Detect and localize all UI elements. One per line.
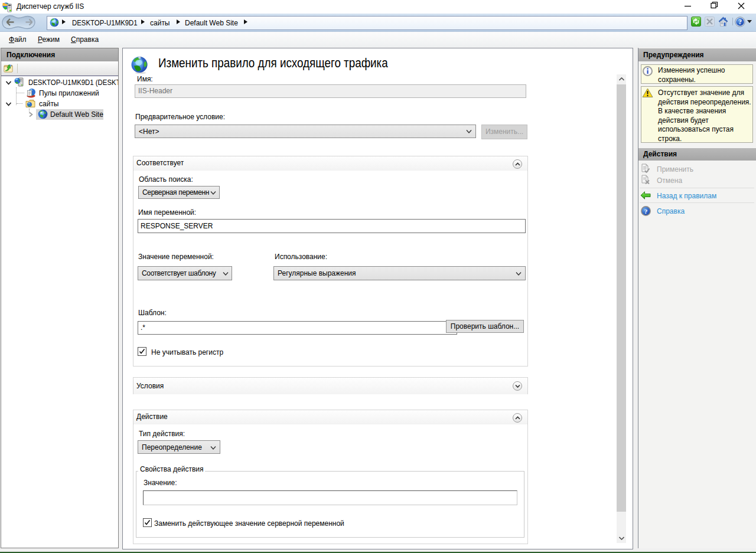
svg-text:?: ? [644,208,648,215]
svg-text:?: ? [738,18,742,25]
